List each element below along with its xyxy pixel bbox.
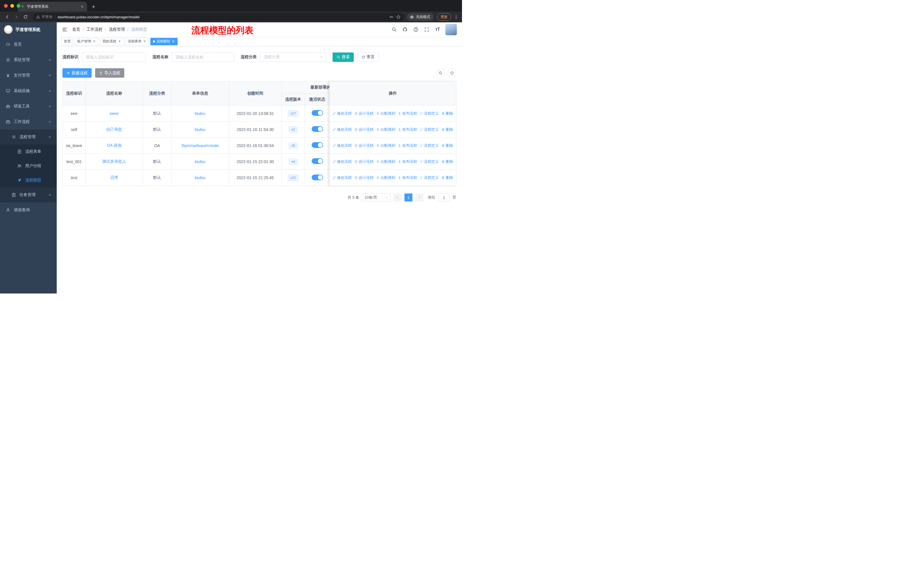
process-definition-link[interactable]: 流程定义 <box>420 127 439 132</box>
help-icon[interactable] <box>413 27 419 32</box>
tag-close-icon[interactable]: ✕ <box>92 40 96 43</box>
status-toggle[interactable] <box>312 175 323 180</box>
tag-close-icon[interactable]: ✕ <box>172 40 175 43</box>
status-toggle[interactable] <box>312 110 323 116</box>
search-button[interactable]: 搜索 <box>333 53 354 62</box>
sidebar-item-task-management[interactable]: 任务管理 <box>0 187 57 202</box>
refresh-table-button[interactable] <box>448 69 456 78</box>
create-process-button[interactable]: 新建流程 <box>63 68 92 78</box>
reload-button[interactable] <box>21 13 30 21</box>
process-name-link[interactable]: eeee <box>110 111 119 116</box>
form-info-link[interactable]: biubiu <box>195 111 205 116</box>
assign-rule-link[interactable]: 分配规则 <box>376 175 395 180</box>
delete-process-link[interactable]: 删除 <box>441 111 453 116</box>
edit-process-link[interactable]: 修改流程 <box>333 111 352 116</box>
status-toggle[interactable] <box>312 142 323 148</box>
delete-process-link[interactable]: 删除 <box>441 175 453 180</box>
next-page-button[interactable] <box>415 193 423 202</box>
process-name-link[interactable]: 滔博 <box>110 175 118 180</box>
prev-page-button[interactable] <box>394 193 402 202</box>
assign-rule-link[interactable]: 分配规则 <box>376 127 395 132</box>
tag-close-icon[interactable]: ✕ <box>143 40 146 43</box>
security-indicator[interactable]: 不安全 <box>36 14 53 20</box>
forward-button[interactable] <box>12 13 21 21</box>
status-toggle[interactable] <box>312 158 323 164</box>
design-process-link[interactable]: 设计流程 <box>354 159 373 164</box>
process-category-select[interactable]: 流程分类 <box>260 52 326 62</box>
toggle-search-button[interactable] <box>436 69 445 78</box>
breadcrumb-process-management[interactable]: 流程管理 <box>109 27 125 32</box>
fullscreen-icon[interactable] <box>424 27 429 32</box>
import-process-button[interactable]: 导入流程 <box>95 68 124 78</box>
browser-update-button[interactable]: 更新 <box>437 13 451 21</box>
new-tab-button[interactable] <box>89 3 97 11</box>
process-definition-link[interactable]: 流程定义 <box>420 175 439 180</box>
process-id-input[interactable] <box>82 52 146 62</box>
form-info-link[interactable]: biubiu <box>195 175 205 180</box>
edit-process-link[interactable]: 修改流程 <box>333 175 352 180</box>
delete-process-link[interactable]: 删除 <box>441 143 453 148</box>
tag-process-model[interactable]: 流程模型 ✕ <box>150 38 178 45</box>
sidebar-item-process-form[interactable]: 流程表单 <box>0 144 57 159</box>
sidebar-item-home[interactable]: 首页 <box>0 37 57 52</box>
sidebar-item-process-management[interactable]: 流程管理 <box>0 129 57 144</box>
font-size-icon[interactable]: тT <box>435 27 440 32</box>
minimize-window-button[interactable] <box>10 4 14 8</box>
page-size-select[interactable]: 10条/页 <box>362 193 391 202</box>
maximize-window-button[interactable] <box>16 4 20 8</box>
tag-home[interactable]: 首页 <box>61 38 73 45</box>
github-icon[interactable] <box>403 27 408 32</box>
publish-process-link[interactable]: 发布流程 <box>398 159 417 164</box>
sidebar-item-leave-query[interactable]: 请假查询 <box>0 202 57 218</box>
edit-process-link[interactable]: 修改流程 <box>333 159 352 164</box>
delete-process-link[interactable]: 删除 <box>441 159 453 164</box>
process-name-link[interactable]: 自己审批 <box>106 127 122 132</box>
form-info-link[interactable]: biubiu <box>195 127 205 132</box>
back-button[interactable] <box>3 13 12 21</box>
edit-process-link[interactable]: 修改流程 <box>333 127 352 132</box>
search-icon[interactable] <box>391 27 397 32</box>
publish-process-link[interactable]: 发布流程 <box>398 111 417 116</box>
browser-menu-button[interactable] <box>453 14 459 20</box>
process-definition-link[interactable]: 流程定义 <box>420 159 439 164</box>
design-process-link[interactable]: 设计流程 <box>354 143 373 148</box>
sidebar-item-devtools[interactable]: 研发工具 <box>0 99 57 114</box>
tag-tenant[interactable]: 租户管理 ✕ <box>75 38 99 45</box>
process-definition-link[interactable]: 流程定义 <box>420 111 439 116</box>
assign-rule-link[interactable]: 分配规则 <box>376 143 395 148</box>
hamburger-icon[interactable] <box>62 26 68 32</box>
design-process-link[interactable]: 设计流程 <box>354 111 373 116</box>
form-info-link[interactable]: /bpm/oa/leave/create <box>181 143 219 148</box>
password-key-icon[interactable] <box>389 15 394 19</box>
publish-process-link[interactable]: 发布流程 <box>398 175 417 180</box>
sidebar-item-infrastructure[interactable]: 基础设施 <box>0 83 57 99</box>
sidebar-item-process-model[interactable]: 流程模型 <box>0 173 57 187</box>
sidebar-item-user-group[interactable]: 用户分组 <box>0 159 57 173</box>
process-definition-link[interactable]: 流程定义 <box>420 143 439 148</box>
process-name-link[interactable]: 测试多审批人 <box>102 159 126 164</box>
browser-tab[interactable]: 芋道管理系统 <box>18 2 87 12</box>
page-number-button[interactable]: 1 <box>404 193 412 202</box>
sidebar-item-system[interactable]: 系统管理 <box>0 52 57 68</box>
reset-button[interactable]: 重置 <box>357 53 379 62</box>
process-name-input[interactable] <box>172 52 234 62</box>
sidebar-item-payment[interactable]: ¥ 支付管理 <box>0 68 57 83</box>
process-name-link[interactable]: OA 请假 <box>107 143 121 147</box>
breadcrumb-home[interactable]: 首页 <box>72 27 80 32</box>
tab-close-icon[interactable] <box>80 5 84 8</box>
address-bar[interactable]: 不安全 dashboard.yudao.iocoder.cn/bpm/manag… <box>33 13 404 21</box>
status-toggle[interactable] <box>312 126 323 132</box>
close-window-button[interactable] <box>4 4 8 8</box>
user-avatar[interactable] <box>446 24 457 35</box>
tag-my-process[interactable]: 我的流程 ✕ <box>100 38 124 45</box>
edit-process-link[interactable]: 修改流程 <box>333 143 352 148</box>
assign-rule-link[interactable]: 分配规则 <box>376 111 395 116</box>
delete-process-link[interactable]: 删除 <box>441 127 453 132</box>
publish-process-link[interactable]: 发布流程 <box>398 143 417 148</box>
publish-process-link[interactable]: 发布流程 <box>398 127 417 132</box>
tag-process-form[interactable]: 流程表单 ✕ <box>125 38 149 45</box>
design-process-link[interactable]: 设计流程 <box>354 127 373 132</box>
breadcrumb-workflow[interactable]: 工作流程 <box>86 27 102 32</box>
tag-close-icon[interactable]: ✕ <box>118 40 121 43</box>
form-info-link[interactable]: biubiu <box>195 159 205 164</box>
